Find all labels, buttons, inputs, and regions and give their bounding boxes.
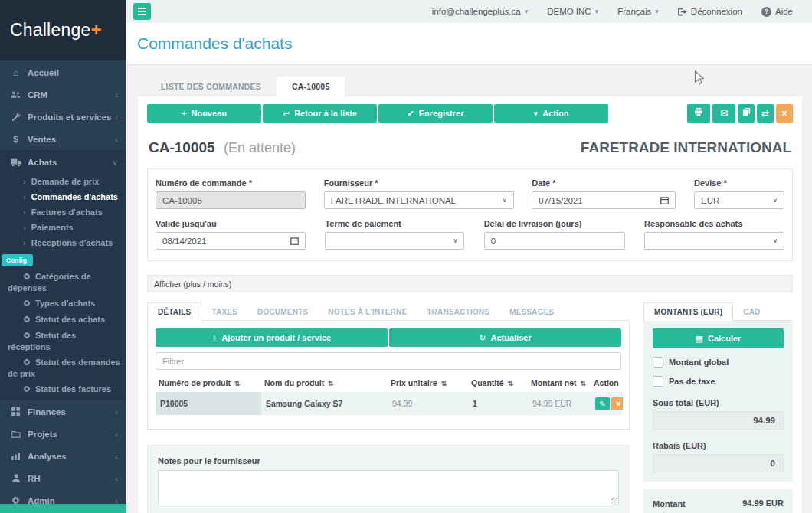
sidebar-subitem-label: Demande de prix: [31, 177, 100, 186]
supplier-notes-textarea[interactable]: [158, 470, 619, 505]
sidebar-item-finances[interactable]: Finances ‹: [0, 400, 126, 423]
order-number-input: CA-10005: [156, 191, 306, 209]
sidebar-item-ventes[interactable]: $ Ventes ‹: [0, 128, 126, 150]
refresh-button[interactable]: ↻ Actualiser: [389, 328, 621, 347]
language-menu[interactable]: Français ▾: [617, 7, 659, 16]
tab-ca-10005[interactable]: CA-10005: [277, 77, 345, 96]
sidebar-item-paiements[interactable]: › Paiements: [0, 220, 126, 235]
email-button[interactable]: ✉: [712, 104, 735, 123]
transfer-button[interactable]: ⇄: [757, 104, 774, 123]
chevron-left-icon: ‹: [115, 90, 118, 100]
sidebar-item-commandes-achats[interactable]: › Commandes d'achats: [0, 189, 126, 204]
edit-row-button[interactable]: ✎: [595, 397, 610, 410]
sidebar-item-produits-services[interactable]: Produits et services ‹: [0, 106, 126, 128]
sidebar-item-projets[interactable]: Projets ‹: [0, 423, 126, 445]
field-supplier: Fournisseur * FARETRADE INTERNATIONAL ∨: [324, 178, 514, 209]
sidebar-item-label: Finances: [28, 407, 66, 417]
tab-taxes[interactable]: TAXES: [201, 302, 247, 321]
grid-icon: [10, 407, 21, 416]
app-logo[interactable]: Challenge+: [0, 0, 126, 60]
col-quantity[interactable]: Quantité ⇅: [468, 376, 528, 392]
back-button-label: Retour à la liste: [294, 109, 357, 118]
net-amount-label: Montant net: [653, 498, 697, 513]
sort-icon: ⇅: [441, 380, 447, 387]
col-action[interactable]: Action ⇅: [591, 376, 623, 392]
cell-product-name: Samsung Galaxy S7: [261, 392, 388, 415]
field-currency: Devise * EUR ∨: [694, 178, 784, 209]
sidebar-item-label: Ventes: [28, 135, 56, 144]
col-product-number[interactable]: Numéro de produit ⇅: [156, 376, 261, 392]
record-tabs: LISTE DES COMMANDES CA-10005: [146, 77, 802, 96]
tab-details[interactable]: DÉTAILS: [147, 302, 201, 321]
action-button[interactable]: ▾ Action: [494, 104, 608, 123]
col-net-amount[interactable]: Montant net ⇅: [528, 376, 591, 392]
save-button[interactable]: ✔ Enregistrer: [378, 104, 493, 123]
tab-montants-eur[interactable]: MONTANTS (EUR): [643, 302, 733, 321]
menu-toggle-button[interactable]: [133, 3, 151, 20]
tab-transactions[interactable]: TRANSACTIONS: [417, 302, 499, 321]
sidebar-item-statut-achats[interactable]: Statut des achats: [0, 312, 126, 328]
valid-until-input[interactable]: 08/14/2021: [156, 232, 306, 250]
sidebar-item-demande-de-prix[interactable]: › Demande de prix: [0, 174, 126, 189]
back-to-list-button[interactable]: ↩ Retour à la liste: [263, 104, 377, 123]
caret-down-icon: ▾: [595, 8, 599, 15]
help-link[interactable]: ? Aide: [761, 7, 793, 17]
field-payment-term: Terme de paiement ∨: [325, 219, 464, 250]
topbar-menu: info@challengeplus.ca ▾ DEMO INC ▾ Franç…: [432, 7, 793, 17]
close-record-button[interactable]: ×: [776, 104, 793, 123]
tab-messages[interactable]: MESSAGES: [499, 302, 564, 321]
new-button[interactable]: + Nouveau: [147, 104, 261, 123]
order-number-label: Numéro de commande *: [156, 178, 306, 188]
company-menu[interactable]: DEMO INC ▾: [547, 7, 598, 16]
print-button[interactable]: [687, 104, 710, 123]
no-tax-option[interactable]: Pas de taxe: [653, 376, 784, 387]
tab-documents[interactable]: DOCUMENTS: [247, 302, 318, 321]
filter-input[interactable]: [156, 352, 621, 370]
no-tax-checkbox[interactable]: [653, 376, 663, 387]
global-amount-option[interactable]: Montant global: [653, 357, 784, 368]
duplicate-button[interactable]: [738, 104, 755, 123]
sidebar-item-rh[interactable]: RH ‹: [0, 467, 126, 489]
sidebar-item-receptions-achats[interactable]: › Réceptions d'achats: [0, 235, 126, 250]
sidebar-item-statut-receptions[interactable]: Statut des réceptions: [0, 328, 126, 355]
purchase-manager-select[interactable]: ∨: [644, 232, 784, 250]
payment-term-select[interactable]: ∨: [325, 232, 464, 250]
calculate-button[interactable]: ▦ Calculer: [653, 328, 784, 348]
order-number-value: CA-10005: [162, 196, 202, 205]
tab-notes-interne[interactable]: NOTES À L'INTERNE: [318, 302, 417, 321]
sort-icon: ⇅: [508, 380, 514, 387]
products-table: Numéro de produit ⇅ Nom du produit ⇅ Pri…: [156, 376, 623, 415]
sidebar-config-label: Types d'achats: [35, 299, 95, 308]
supplier-select[interactable]: FARETRADE INTERNATIONAL ∨: [324, 191, 514, 209]
angle-right-icon: ›: [23, 238, 26, 247]
sidebar-item-label: Accueil: [28, 68, 59, 77]
currency-select[interactable]: EUR ∨: [694, 191, 784, 209]
calculator-icon: ▦: [696, 334, 703, 344]
logout-label: Déconnexion: [691, 7, 742, 16]
global-amount-checkbox[interactable]: [653, 357, 663, 368]
col-product-name[interactable]: Nom du produit ⇅: [261, 376, 388, 392]
sidebar-item-factures-achats[interactable]: › Factures d'achats: [0, 204, 126, 220]
add-product-button[interactable]: + Ajouter un produit / service: [156, 328, 388, 347]
sidebar-item-types-achats[interactable]: Types d'achats: [0, 296, 126, 312]
sidebar-item-statut-factures[interactable]: Statut des factures: [0, 381, 126, 397]
sidebar-item-statut-demandes-prix[interactable]: Statut des demandes de prix: [0, 355, 126, 381]
chevron-down-icon: ∨: [503, 197, 507, 204]
col-unit-price[interactable]: Prix unitaire ⇅: [388, 376, 468, 392]
delete-row-button[interactable]: ×: [611, 397, 623, 410]
delivery-delay-input[interactable]: 0: [484, 232, 625, 250]
show-more-toggle[interactable]: Afficher (plus / moins): [147, 275, 793, 292]
angle-right-icon: ›: [23, 223, 26, 232]
sidebar-item-crm[interactable]: CRM ‹: [0, 83, 126, 106]
sidebar-item-accueil[interactable]: ⌂ Accueil: [0, 61, 126, 83]
calendar-icon: [660, 196, 669, 204]
discount-input[interactable]: 0: [653, 454, 784, 472]
sidebar-item-analyses[interactable]: Analyses ‹: [0, 445, 126, 467]
sidebar-item-achats[interactable]: Achats ∨: [0, 151, 126, 174]
logout-link[interactable]: Déconnexion: [678, 7, 742, 16]
user-email-menu[interactable]: info@challengeplus.ca ▾: [432, 7, 528, 16]
tab-liste-des-commandes[interactable]: LISTE DES COMMANDES: [146, 77, 277, 96]
sidebar-item-categories-depenses[interactable]: Catégories de dépenses: [0, 269, 126, 296]
date-input[interactable]: 07/15/2021: [532, 191, 676, 209]
tab-cad[interactable]: CAD: [733, 302, 770, 321]
